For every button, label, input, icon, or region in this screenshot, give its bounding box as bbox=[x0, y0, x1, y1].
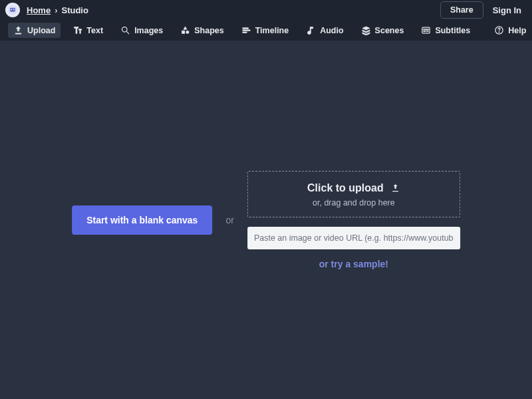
upload-dropzone[interactable]: Click to upload or, drag and drop here bbox=[247, 171, 460, 217]
tool-label: Shapes bbox=[194, 26, 223, 35]
share-button[interactable]: Share bbox=[440, 1, 483, 19]
tool-help[interactable]: Help bbox=[489, 23, 531, 38]
svg-rect-12 bbox=[424, 29, 426, 30]
tool-label: Help bbox=[508, 26, 526, 35]
tool-label: Audio bbox=[320, 26, 343, 35]
svg-rect-8 bbox=[243, 32, 247, 33]
subtitles-icon bbox=[421, 25, 431, 35]
dropzone-subtitle: or, drag and drop here bbox=[255, 198, 453, 207]
svg-point-2 bbox=[11, 9, 12, 10]
app-logo[interactable] bbox=[5, 3, 20, 17]
breadcrumb-current: Studio bbox=[61, 5, 88, 15]
editor-stage: Start with a blank canvas or Click to up… bbox=[0, 41, 532, 399]
timeline-icon bbox=[241, 25, 251, 35]
tool-scenes[interactable]: Scenes bbox=[356, 23, 410, 38]
tool-text[interactable]: Text bbox=[67, 23, 108, 38]
tool-label: Scenes bbox=[375, 26, 404, 35]
tool-shapes[interactable]: Shapes bbox=[175, 23, 229, 38]
tool-label: Subtitles bbox=[435, 26, 470, 35]
tool-label: Timeline bbox=[255, 26, 289, 35]
search-icon bbox=[120, 25, 130, 35]
or-separator: or bbox=[225, 215, 233, 225]
blank-canvas-button[interactable]: Start with a blank canvas bbox=[72, 205, 212, 235]
tool-label: Images bbox=[134, 26, 163, 35]
breadcrumb: Home › Studio bbox=[27, 5, 88, 15]
tool-label: Text bbox=[86, 26, 103, 35]
tool-upload[interactable]: Upload bbox=[8, 23, 61, 38]
media-url-input[interactable] bbox=[247, 227, 460, 249]
svg-rect-6 bbox=[243, 28, 249, 29]
text-icon bbox=[72, 25, 82, 35]
audio-icon bbox=[306, 25, 316, 35]
upload-icon bbox=[390, 183, 400, 193]
svg-rect-13 bbox=[426, 29, 429, 30]
tool-timeline[interactable]: Timeline bbox=[236, 23, 294, 38]
svg-point-3 bbox=[13, 9, 15, 10]
shapes-icon bbox=[180, 25, 190, 35]
tool-audio[interactable]: Audio bbox=[301, 23, 348, 38]
help-icon bbox=[494, 25, 504, 35]
sign-in-link[interactable]: Sign In bbox=[493, 5, 521, 15]
upload-icon bbox=[13, 25, 23, 35]
svg-rect-7 bbox=[243, 30, 250, 31]
breadcrumb-home-link[interactable]: Home bbox=[27, 5, 51, 15]
svg-point-15 bbox=[499, 32, 500, 33]
svg-rect-11 bbox=[427, 31, 429, 31]
svg-line-5 bbox=[127, 31, 130, 34]
try-sample-link[interactable]: or try a sample! bbox=[247, 259, 460, 269]
logo-icon bbox=[7, 5, 18, 15]
breadcrumb-separator: › bbox=[55, 5, 57, 15]
tool-images[interactable]: Images bbox=[115, 23, 168, 38]
svg-point-4 bbox=[122, 27, 128, 33]
dropzone-title: Click to upload bbox=[307, 182, 384, 194]
tool-subtitles[interactable]: Subtitles bbox=[416, 23, 475, 38]
svg-rect-9 bbox=[422, 27, 430, 33]
scenes-icon bbox=[361, 25, 371, 35]
svg-rect-10 bbox=[424, 31, 426, 31]
tool-label: Upload bbox=[27, 26, 55, 35]
